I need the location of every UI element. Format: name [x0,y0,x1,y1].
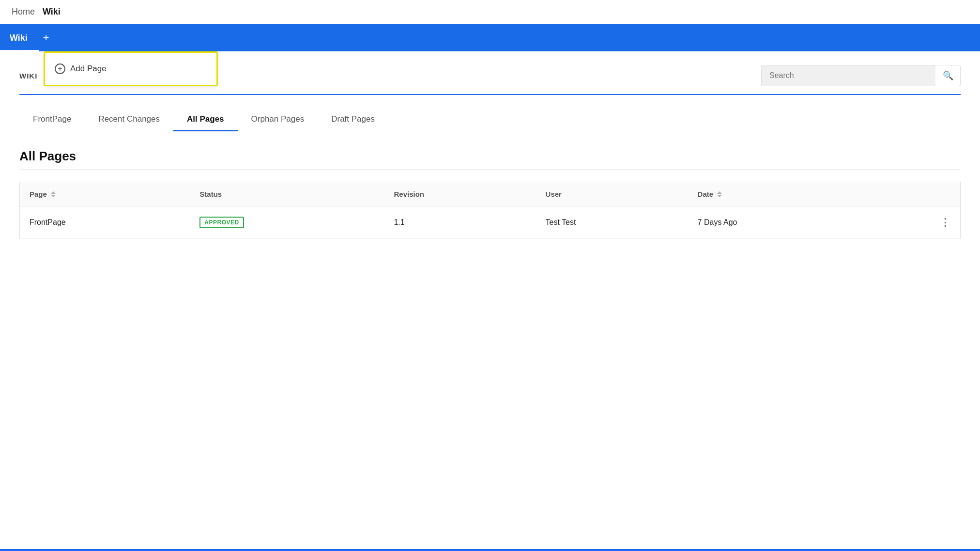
wiki-header-bar: Wiki + + Add Page [0,24,980,51]
cell-revision: 1.1 [384,206,536,239]
add-page-label: Add Page [70,64,107,74]
status-badge: APPROVED [199,217,244,228]
cell-status: APPROVED [190,206,384,239]
cell-page: FrontPage [20,206,190,239]
tabs-row: FrontPage Recent Changes All Pages Orpha… [19,95,961,131]
tab-all-pages[interactable]: All Pages [173,109,238,131]
top-nav: Home Wiki [0,0,980,24]
search-button[interactable]: 🔍 [935,65,961,86]
tab-draft-pages[interactable]: Draft Pages [318,109,388,131]
row-menu-icon[interactable]: ⋮ [878,216,950,229]
cell-date: 7 Days Ago [688,206,868,239]
page-sort-icon[interactable] [51,191,56,197]
bottom-accent-bar [0,549,980,551]
tab-orphan-pages[interactable]: Orphan Pages [238,109,318,131]
col-actions [868,182,961,206]
tab-recent-changes[interactable]: Recent Changes [85,109,173,131]
tab-active-indicator [0,50,39,51]
table-body: FrontPage APPROVED 1.1 Test Test 7 Days … [20,206,961,239]
wiki-tab[interactable]: Wiki [0,24,37,51]
pages-table: Page Status Revision User [19,182,961,239]
cell-user: Test Test [536,206,688,239]
page-heading: All Pages [19,131,961,170]
wiki-link[interactable]: Wiki [43,7,61,17]
add-page-dropdown: + Add Page [44,51,218,86]
col-user: User [536,182,688,206]
add-page-button[interactable]: + [37,24,55,51]
wiki-section-label: WIKI [19,72,37,80]
search-input[interactable] [761,65,935,86]
tab-frontpage[interactable]: FrontPage [19,109,85,131]
cell-row-actions[interactable]: ⋮ [868,206,961,239]
date-sort-icon[interactable] [717,191,722,197]
col-page: Page [20,182,190,206]
col-status: Status [190,182,384,206]
search-icon: 🔍 [943,70,953,81]
col-date: Date [688,182,868,206]
page-divider [19,170,961,170]
search-container: 🔍 [761,65,961,86]
add-page-menu-item[interactable]: + Add Page [55,61,207,77]
col-revision: Revision [384,182,536,206]
table-header: Page Status Revision User [20,182,961,206]
table-row: FrontPage APPROVED 1.1 Test Test 7 Days … [20,206,961,239]
add-page-icon: + [55,63,65,74]
home-link[interactable]: Home [12,7,35,17]
